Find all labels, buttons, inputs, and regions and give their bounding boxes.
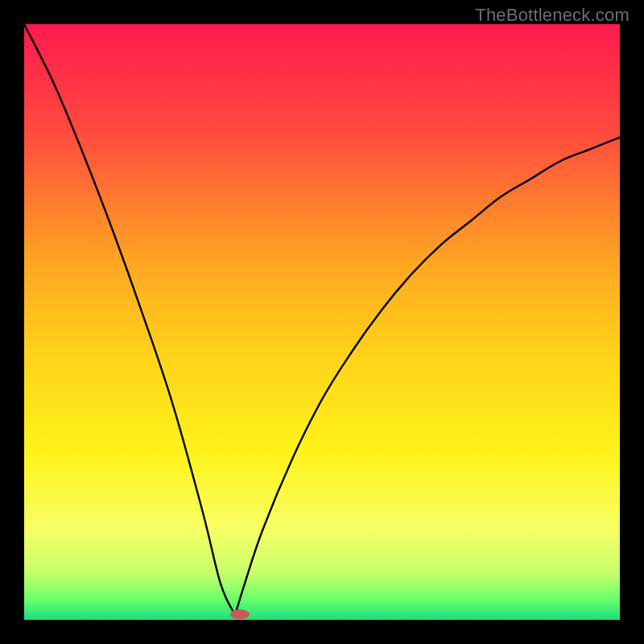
watermark-text: TheBottleneck.com <box>475 5 630 26</box>
plot-area <box>24 24 620 620</box>
plot-svg <box>24 24 620 620</box>
chart-stage: TheBottleneck.com <box>0 0 644 644</box>
gradient-background <box>24 24 620 620</box>
optimal-marker <box>230 609 250 619</box>
